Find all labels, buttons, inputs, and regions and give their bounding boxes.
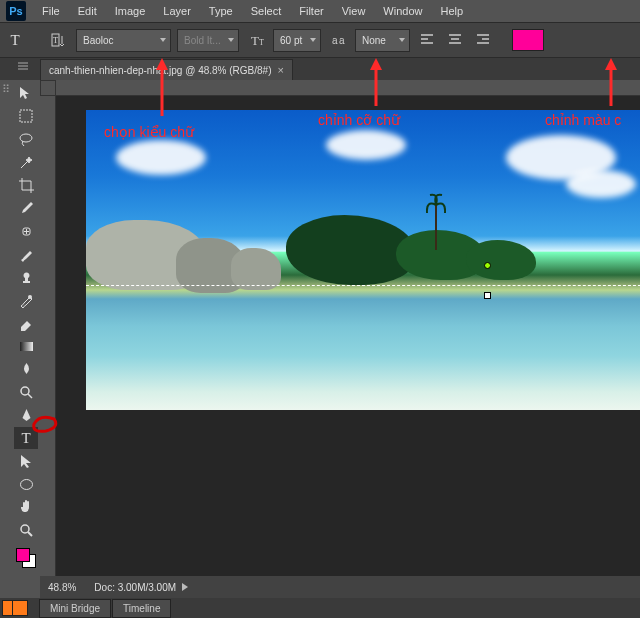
svg-point-13	[21, 525, 29, 533]
main-area: ⠿ T	[0, 80, 640, 576]
font-size-icon: TT	[245, 29, 267, 51]
dropdown-arrow-icon	[160, 38, 166, 42]
antialias-dropdown[interactable]: None	[355, 29, 410, 52]
menu-layer[interactable]: Layer	[155, 2, 199, 20]
svg-text:a: a	[339, 35, 345, 46]
color-swatches[interactable]	[14, 546, 38, 570]
menu-select[interactable]: Select	[243, 2, 290, 20]
panel-tab-timeline[interactable]: Timeline	[112, 599, 171, 618]
healing-tool[interactable]	[14, 220, 38, 242]
ruler-corner[interactable]	[40, 80, 56, 96]
dodge-tool[interactable]	[14, 381, 38, 403]
document-tab-bar: canh-thien-nhien-dep-nhat.jpg @ 48.8% (R…	[0, 58, 640, 80]
annotation-size-label: chỉnh cỡ chữ	[318, 112, 400, 128]
annotation-color-label: chỉnh màu c	[545, 112, 621, 128]
grip-icon: ⠿	[1, 84, 11, 94]
align-right-button[interactable]	[472, 29, 494, 51]
svg-point-11	[21, 387, 29, 395]
move-tool[interactable]	[14, 82, 38, 104]
blur-tool[interactable]	[14, 358, 38, 380]
stamp-tool[interactable]	[14, 266, 38, 288]
font-style-value: Bold It...	[184, 35, 221, 46]
antialias-value: None	[362, 35, 386, 46]
antialias-icon: aa	[327, 29, 349, 51]
svg-text:T: T	[53, 35, 59, 45]
panel-icon[interactable]	[12, 600, 28, 616]
close-tab-icon[interactable]: ×	[278, 64, 284, 76]
options-bar: T T Baoloc Bold It... TT 60 pt aa None	[0, 22, 640, 58]
text-orientation-toggle[interactable]: T	[48, 29, 70, 51]
menu-bar: Ps File Edit Image Layer Type Select Fil…	[0, 0, 640, 22]
transform-handle[interactable]	[484, 292, 491, 299]
shape-tool[interactable]	[14, 473, 38, 495]
lasso-tool[interactable]	[14, 128, 38, 150]
app-logo: Ps	[6, 1, 26, 21]
menu-window[interactable]: Window	[375, 2, 430, 20]
menu-edit[interactable]: Edit	[70, 2, 105, 20]
font-size-dropdown[interactable]: 60 pt	[273, 29, 321, 52]
toolbox-handle[interactable]: ⠿	[0, 80, 12, 576]
marquee-tool[interactable]	[14, 105, 38, 127]
doc-info-menu-icon[interactable]	[182, 583, 188, 591]
menu-image[interactable]: Image	[107, 2, 154, 20]
zoom-tool[interactable]	[14, 519, 38, 541]
menu-filter[interactable]: Filter	[291, 2, 331, 20]
text-color-swatch[interactable]	[512, 29, 544, 51]
align-center-button[interactable]	[444, 29, 466, 51]
status-bar: 48.8% Doc: 3.00M/3.00M	[40, 576, 640, 598]
svg-rect-6	[20, 110, 32, 122]
menu-help[interactable]: Help	[432, 2, 471, 20]
font-family-value: Baoloc	[83, 35, 114, 46]
document-image	[86, 110, 640, 410]
font-size-value: 60 pt	[280, 35, 302, 46]
svg-point-7	[20, 134, 32, 142]
path-select-tool[interactable]	[14, 450, 38, 472]
svg-rect-10	[20, 342, 33, 351]
align-left-button[interactable]	[416, 29, 438, 51]
foreground-color-swatch[interactable]	[16, 548, 30, 562]
annotation-circle	[30, 414, 58, 434]
dropdown-arrow-icon	[310, 38, 316, 42]
annotation-font-label: chọn kiểu chữ	[104, 124, 194, 140]
doc-info[interactable]: Doc: 3.00M/3.00M	[94, 582, 188, 593]
menu-view[interactable]: View	[334, 2, 374, 20]
wand-tool[interactable]	[14, 151, 38, 173]
annotation-arrow	[156, 58, 168, 116]
menu-file[interactable]: File	[34, 2, 68, 20]
svg-text:a: a	[332, 35, 338, 46]
ruler-horizontal[interactable]	[56, 80, 640, 96]
font-family-dropdown[interactable]: Baoloc	[76, 29, 171, 52]
svg-point-12	[20, 479, 32, 489]
toolbox: T	[12, 80, 40, 576]
panel-tab-minibridge[interactable]: Mini Bridge	[39, 599, 111, 618]
hand-tool[interactable]	[14, 496, 38, 518]
tab-pin-icon[interactable]	[14, 60, 32, 72]
eraser-tool[interactable]	[14, 312, 38, 334]
canvas-area	[40, 80, 640, 576]
svg-text:T: T	[259, 38, 264, 47]
gradient-tool[interactable]	[14, 335, 38, 357]
dropdown-arrow-icon	[399, 38, 405, 42]
font-style-dropdown[interactable]: Bold It...	[177, 29, 239, 52]
history-brush-tool[interactable]	[14, 289, 38, 311]
brush-tool[interactable]	[14, 243, 38, 265]
svg-point-9	[28, 295, 32, 299]
eyedropper-tool[interactable]	[14, 197, 38, 219]
bottom-panel: Mini Bridge Timeline	[0, 598, 640, 618]
zoom-level[interactable]: 48.8%	[48, 582, 76, 593]
annotation-arrow	[370, 58, 382, 106]
tool-preset-text-icon[interactable]: T	[4, 29, 26, 51]
menu-type[interactable]: Type	[201, 2, 241, 20]
canvas-stage[interactable]	[56, 96, 640, 576]
crop-tool[interactable]	[14, 174, 38, 196]
dropdown-arrow-icon	[228, 38, 234, 42]
svg-text:T: T	[251, 33, 259, 48]
ruler-vertical[interactable]	[40, 96, 56, 576]
transform-handle[interactable]	[484, 262, 491, 269]
annotation-arrow	[605, 58, 617, 106]
